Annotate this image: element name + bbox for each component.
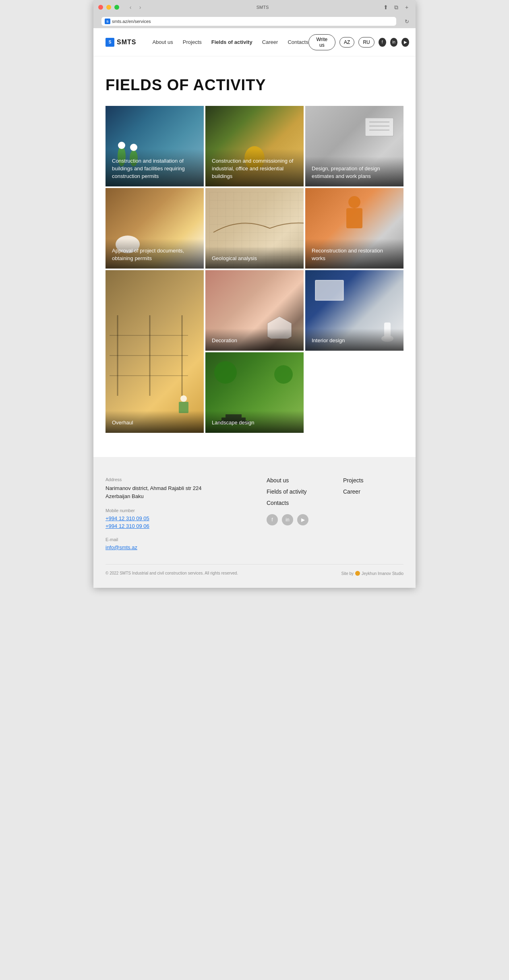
- browser-nav: ‹ ›: [127, 4, 143, 10]
- svg-rect-12: [346, 208, 362, 228]
- grid-item-reconstruction[interactable]: Reconstruction and restoration works: [305, 188, 403, 269]
- svg-point-26: [274, 365, 293, 384]
- footer-inner: Address Narimanov district, Ahmad Rajabl…: [106, 477, 403, 552]
- grid-item-approval[interactable]: Approval of project documents, obtaining…: [106, 188, 204, 269]
- grid-item-design[interactable]: Design, preparation of design estimates …: [305, 106, 403, 186]
- svg-point-11: [348, 196, 360, 208]
- write-us-button[interactable]: Write us: [308, 34, 335, 50]
- site-icon: S: [105, 19, 110, 24]
- blueprint-shape: [363, 114, 395, 138]
- address-bar[interactable]: S smts.az/en/services: [101, 17, 396, 26]
- back-button[interactable]: ‹: [127, 4, 134, 10]
- bush-shape2: [273, 364, 294, 385]
- nav-right: Write us AZ RU f in ▶: [308, 34, 409, 50]
- phone1-link[interactable]: +994 12 310 09 05: [106, 515, 242, 521]
- grid-overlay-overhaul: Overhaul: [106, 411, 204, 433]
- new-tab-icon[interactable]: +: [403, 3, 411, 11]
- grid-label-construction2: Construction and commissioning of indust…: [212, 158, 293, 179]
- svg-rect-5: [365, 118, 393, 136]
- grid-item-construction-commissioning[interactable]: Construction and commissioning of indust…: [205, 106, 304, 186]
- svg-point-19: [180, 395, 187, 402]
- grid-overlay-approval: Approval of project documents, obtaining…: [106, 239, 204, 269]
- email-label: E-mail: [106, 537, 242, 542]
- grid-item-overhaul[interactable]: Overhaul: [106, 270, 204, 433]
- nav-projects[interactable]: Projects: [183, 39, 202, 45]
- footer-nav-career[interactable]: Career: [343, 488, 403, 495]
- address-value: Narimanov district, Ahmad Rajabli str 22…: [106, 484, 242, 500]
- footer-nav-projects[interactable]: Projects: [343, 477, 403, 484]
- navbar: S SMTS About us Projects Fields of activ…: [93, 28, 416, 56]
- svg-point-25: [214, 361, 237, 384]
- refresh-icon[interactable]: ↻: [403, 17, 411, 25]
- page-content: S SMTS About us Projects Fields of activ…: [93, 28, 416, 588]
- page-title: FIELDS OF ACTIVITY: [106, 76, 403, 94]
- linkedin-icon[interactable]: in: [390, 38, 398, 47]
- grid-label-construction1: Construction and installation of buildin…: [112, 158, 185, 179]
- email-link[interactable]: info@smts.az: [106, 544, 242, 550]
- credit-label: Site by: [341, 571, 354, 576]
- grid-label-approval: Approval of project documents, obtaining…: [112, 248, 184, 261]
- nav-about[interactable]: About us: [152, 39, 173, 45]
- browser-titlebar: ‹ › SMTS ⬆ ⧉ +: [93, 0, 416, 14]
- main-section: FIELDS OF ACTIVITY Constructi: [93, 56, 416, 457]
- lang-ru-button[interactable]: RU: [358, 37, 374, 48]
- bush-shape1: [213, 360, 238, 385]
- mobile-label: Mobile number: [106, 508, 242, 513]
- grid-item-landscape[interactable]: Landscape design: [205, 352, 304, 433]
- credit-logo-dot: [355, 571, 360, 576]
- logo[interactable]: S SMTS: [106, 38, 136, 47]
- footer-left: Address Narimanov district, Ahmad Rajabl…: [106, 477, 242, 552]
- grid-label-interior: Interior design: [312, 337, 345, 343]
- grid-label-decoration: Decoration: [212, 337, 237, 343]
- grid-overlay-reconstruction: Reconstruction and restoration works: [305, 239, 403, 269]
- worker-orange-shape: [338, 194, 370, 234]
- logo-text: SMTS: [117, 39, 136, 46]
- footer: Address Narimanov district, Ahmad Rajabl…: [93, 457, 416, 588]
- browser-toolbar-right: ⬆ ⧉ +: [382, 3, 411, 11]
- grid-overlay-interior: Interior design: [305, 329, 403, 351]
- footer-linkedin-icon[interactable]: in: [282, 514, 293, 525]
- copyright-text: © 2022 SMTS Industrial and civil constru…: [106, 571, 238, 576]
- footer-right: About us Projects Fields of activity Car…: [267, 477, 403, 552]
- footer-credit: Site by Jeykhun Imanov Studio: [341, 571, 403, 576]
- youtube-icon[interactable]: ▶: [401, 38, 409, 47]
- footer-nav-about[interactable]: About us: [267, 477, 327, 484]
- footer-nav-contacts[interactable]: Contacts: [267, 500, 327, 506]
- share-icon[interactable]: ⬆: [382, 3, 390, 11]
- footer-youtube-icon[interactable]: ▶: [297, 514, 308, 525]
- nav-contacts[interactable]: Contacts: [288, 39, 308, 45]
- grid-overlay-decoration: Decoration: [205, 329, 304, 351]
- grid-label-landscape: Landscape design: [212, 420, 254, 426]
- nav-career[interactable]: Career: [262, 39, 278, 45]
- grid-label-design: Design, preparation of design estimates …: [312, 165, 380, 179]
- grid-overlay-design: Design, preparation of design estimates …: [305, 157, 403, 186]
- frame-shape: [313, 278, 346, 302]
- grid-item-geological[interactable]: Geological analysis: [205, 188, 304, 269]
- sidebar-icon[interactable]: ⧉: [392, 3, 400, 11]
- grid-overlay-landscape: Landscape design: [205, 411, 304, 433]
- logo-icon: S: [106, 38, 114, 47]
- grid-overlay-construction1: Construction and installation of buildin…: [106, 149, 204, 186]
- credit-studio: Jeykhun Imanov Studio: [362, 571, 403, 576]
- activity-grid: Construction and installation of buildin…: [106, 106, 403, 433]
- svg-point-1: [118, 142, 125, 149]
- close-button[interactable]: [98, 5, 103, 10]
- grid-label-geological: Geological analysis: [212, 255, 257, 261]
- grid-item-interior[interactable]: Interior design: [305, 270, 403, 351]
- grid-item-construction-installation[interactable]: Construction and installation of buildin…: [106, 106, 204, 186]
- nav-links: About us Projects Fields of activity Car…: [152, 39, 308, 45]
- url-text: smts.az/en/services: [112, 19, 151, 24]
- facebook-icon[interactable]: f: [379, 38, 386, 47]
- lang-az-button[interactable]: AZ: [339, 37, 354, 48]
- nav-fields[interactable]: Fields of activity: [211, 39, 252, 45]
- footer-bottom: © 2022 SMTS Industrial and civil constru…: [106, 564, 403, 576]
- grid-item-decoration[interactable]: Decoration: [205, 270, 304, 351]
- footer-nav-fields[interactable]: Fields of activity: [267, 488, 327, 495]
- phone2-link[interactable]: +994 12 310 09 06: [106, 523, 242, 529]
- footer-facebook-icon[interactable]: f: [267, 514, 278, 525]
- grid-label-overhaul: Overhaul: [112, 420, 133, 426]
- fullscreen-button[interactable]: [114, 5, 119, 10]
- minimize-button[interactable]: [106, 5, 111, 10]
- forward-button[interactable]: ›: [137, 4, 143, 10]
- footer-socials: f in ▶: [267, 514, 403, 525]
